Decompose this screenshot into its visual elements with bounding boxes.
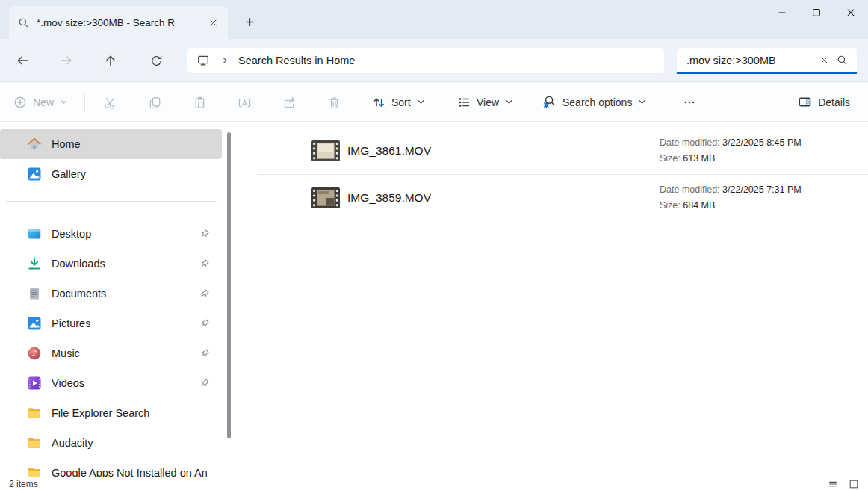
delete-button[interactable] (319, 89, 349, 116)
file-explorer-window: *.mov size:>300MB - Search R (0, 0, 868, 490)
chevron-down-icon (417, 98, 425, 106)
search-input[interactable]: .mov size:>300MB (676, 47, 858, 74)
sidebar-item-audacity[interactable]: Audacity (0, 428, 222, 458)
toolbar-divider (84, 93, 85, 111)
status-bar: 2 items (0, 477, 868, 490)
date-modified-label: Date modified: (660, 137, 720, 148)
clear-search-icon[interactable] (815, 52, 833, 69)
sidebar-item-label: File Explorer Search (52, 407, 149, 419)
video-thumbnail-icon (311, 140, 340, 161)
file-details: Date modified: 3/22/2025 8:45 PM Size: 6… (660, 135, 833, 167)
file-name: IMG_3861.MOV (347, 144, 431, 158)
pin-icon (199, 258, 210, 270)
details-pane-icon (798, 95, 812, 109)
pictures-icon (27, 316, 42, 331)
file-row[interactable]: IMG_3859.MOV Date modified: 3/22/2025 7:… (258, 175, 868, 221)
file-details: Date modified: 3/22/2025 7:31 PM Size: 6… (660, 182, 833, 214)
svg-text:♪: ♪ (31, 348, 37, 359)
pin-icon (199, 318, 210, 329)
sidebar-item-file-explorer-search[interactable]: File Explorer Search (0, 398, 222, 428)
size-value: 613 MB (683, 153, 715, 164)
this-pc-icon (196, 54, 210, 67)
downloads-icon (27, 256, 42, 271)
sidebar-item-gallery[interactable]: Gallery (0, 159, 222, 189)
back-button[interactable] (9, 47, 36, 74)
refresh-button[interactable] (143, 47, 170, 74)
address-row: Search Results in Home .mov size:>300MB (0, 39, 868, 82)
size-label: Size: (660, 153, 681, 164)
sidebar-item-documents[interactable]: Documents (0, 279, 222, 308)
window-controls (765, 0, 868, 25)
minimize-button[interactable] (765, 0, 799, 25)
title-bar: *.mov size:>300MB - Search R (0, 0, 868, 39)
maximize-button[interactable] (799, 0, 834, 25)
search-options-icon (542, 95, 557, 109)
rename-button[interactable] (229, 89, 259, 116)
breadcrumb-chevron-icon (220, 56, 229, 65)
sidebar-scrollbar[interactable] (227, 132, 231, 438)
file-row[interactable]: IMG_3861.MOV Date modified: 3/22/2025 8:… (258, 128, 868, 174)
details-view-icon[interactable] (828, 479, 838, 489)
date-modified-label: Date modified: (660, 184, 720, 195)
cut-button[interactable] (95, 89, 125, 116)
sidebar-item-label: Home (52, 138, 81, 150)
forward-button[interactable] (53, 47, 80, 74)
video-thumbnail-icon (311, 187, 340, 208)
search-options-button[interactable]: Search options (535, 88, 654, 116)
new-button[interactable]: New (6, 88, 75, 116)
sidebar-item-videos[interactable]: Videos (0, 368, 222, 398)
close-button[interactable] (834, 0, 868, 25)
new-tab-button[interactable] (241, 13, 258, 31)
breadcrumb: Search Results in Home (238, 55, 355, 66)
address-bar[interactable]: Search Results in Home (187, 47, 665, 74)
view-button-label: View (477, 96, 499, 108)
videos-icon (27, 376, 42, 391)
view-icon (457, 96, 471, 109)
up-button[interactable] (97, 47, 124, 74)
view-toggles (828, 479, 859, 489)
details-pane-button[interactable]: Details (790, 88, 858, 116)
file-list: IMG_3861.MOV Date modified: 3/22/2025 8:… (258, 122, 868, 477)
explorer-tab[interactable]: *.mov size:>300MB - Search R (9, 6, 228, 39)
tab-title: *.mov size:>300MB - Search R (37, 17, 204, 28)
sidebar-item-label: Desktop (52, 228, 91, 240)
view-button[interactable]: View (450, 88, 521, 116)
more-options-button[interactable] (675, 89, 704, 116)
search-submit-icon[interactable] (833, 52, 851, 69)
folder-icon (27, 435, 42, 450)
details-pane-label: Details (818, 96, 850, 108)
navigation-pane: Home Gallery Desktop Downloads Documents (0, 122, 235, 477)
item-count: 2 items (9, 479, 38, 489)
size-label: Size: (660, 200, 681, 211)
new-button-label: New (33, 96, 54, 108)
search-value: .mov size:>300MB (686, 55, 815, 66)
sidebar-item-music[interactable]: ♪ Music (0, 338, 222, 368)
date-modified-value: 3/22/2025 8:45 PM (722, 137, 802, 148)
share-button[interactable] (274, 89, 304, 116)
sort-icon (372, 96, 385, 109)
sidebar-divider (6, 201, 217, 202)
folder-icon (27, 406, 42, 421)
sidebar-item-label: Gallery (52, 168, 86, 180)
pin-icon (199, 348, 210, 359)
copy-button[interactable] (140, 89, 170, 116)
sidebar-item-label: Music (52, 347, 80, 359)
gallery-icon (27, 167, 42, 182)
sidebar-item-desktop[interactable]: Desktop (0, 219, 222, 249)
paste-button[interactable] (185, 89, 214, 116)
chevron-down-icon (60, 98, 68, 106)
large-icons-view-icon[interactable] (849, 479, 859, 489)
desktop-icon (27, 226, 42, 241)
sidebar-item-downloads[interactable]: Downloads (0, 249, 222, 279)
sidebar-item-pictures[interactable]: Pictures (0, 308, 222, 338)
sidebar-item-label: Pictures (52, 317, 90, 329)
sidebar-item-label: Documents (52, 288, 106, 300)
sort-button[interactable]: Sort (365, 88, 433, 116)
sidebar-item-label: Downloads (52, 258, 105, 270)
plus-circle-icon (13, 96, 27, 109)
pin-icon (199, 229, 210, 240)
tab-close-icon[interactable] (204, 13, 222, 31)
sidebar-item-home[interactable]: Home (0, 129, 222, 159)
sidebar-item-label: Audacity (52, 437, 93, 449)
chevron-down-icon (505, 98, 513, 106)
